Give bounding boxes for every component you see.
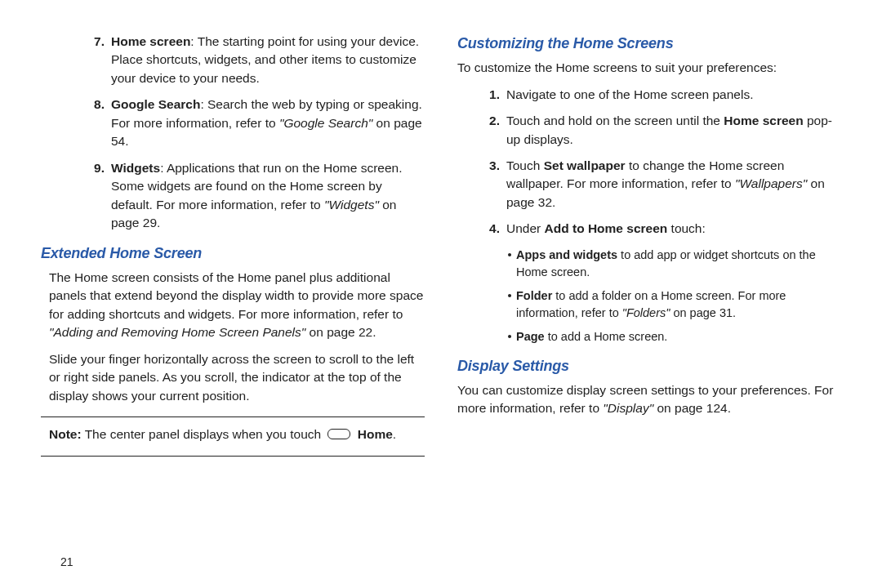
bullet-body: Folder to add a folder on a Home screen.… [516, 287, 841, 322]
note: Note: The center panel displays when you… [41, 425, 425, 443]
right-column: Customizing the Home Screens To customiz… [457, 33, 841, 572]
list-item: 9. Widgets: Applications that run on the… [78, 159, 425, 233]
heading-display-settings: Display Settings [457, 355, 841, 376]
item-number: 3. [474, 157, 506, 212]
bullet-icon: • [503, 247, 516, 281]
list-item: 4. Under Add to Home screen touch: [474, 220, 841, 238]
left-column: 7. Home screen: The starting point for u… [41, 33, 425, 572]
paragraph: Slide your finger horizontally across th… [41, 350, 425, 405]
item-body: Under Add to Home screen touch: [506, 220, 841, 238]
term: Page [516, 330, 545, 343]
list-item: 8. Google Search: Search the web by typi… [78, 96, 425, 150]
text: on page 124. [653, 401, 731, 415]
cross-ref: "Display" [603, 401, 653, 415]
paragraph: The Home screen consists of the Home pan… [41, 269, 425, 342]
page-number: 21 [60, 555, 74, 568]
cross-ref: "Google Search" [279, 116, 372, 130]
heading-extended-home-screen: Extended Home Screen [41, 243, 425, 264]
text: Touch and hold on the screen until the [506, 114, 724, 127]
text: to add a Home screen. [545, 330, 668, 343]
bullet-icon: • [503, 287, 516, 322]
text: Under [506, 221, 545, 235]
note-text: The center panel displays when you touch [82, 427, 325, 441]
text: touch: [667, 221, 706, 235]
item-number: 8. [78, 96, 111, 150]
bullet-item: • Page to add a Home screen. [503, 328, 841, 345]
list-item: 7. Home screen: The starting point for u… [78, 33, 425, 87]
item-number: 1. [474, 86, 506, 104]
term: Home screen [724, 114, 803, 127]
cross-ref: "Widgets" [324, 198, 379, 212]
item-number: 7. [78, 33, 111, 87]
item-number: 4. [474, 220, 506, 238]
paragraph: To customize the Home screens to suit yo… [457, 59, 841, 77]
item-body: Google Search: Search the web by typing … [111, 96, 425, 150]
item-body: Home screen: The starting point for usin… [111, 33, 425, 87]
divider [41, 416, 425, 417]
term: Add to Home screen [545, 221, 668, 235]
manual-page: 7. Home screen: The starting point for u… [0, 0, 882, 588]
bullet-body: Apps and widgets to add app or widget sh… [516, 247, 841, 281]
bullet-body: Page to add a Home screen. [516, 328, 667, 345]
text: The Home screen consists of the Home pan… [49, 270, 423, 321]
text: on page 22. [305, 325, 376, 339]
paragraph: You can customize display screen setting… [457, 381, 841, 418]
item-body: Touch and hold on the screen until the H… [506, 112, 841, 149]
note-label: Note: [49, 427, 82, 441]
bullet-icon: • [503, 328, 516, 345]
item-number: 2. [474, 112, 506, 149]
bullet-item: • Folder to add a folder on a Home scree… [503, 287, 841, 322]
list-item: 2. Touch and hold on the screen until th… [474, 112, 841, 149]
home-button-icon [327, 429, 350, 439]
term: Set wallpaper [544, 158, 626, 172]
cross-ref: "Adding and Removing Home Screen Panels" [49, 325, 305, 339]
heading-customizing-home-screens: Customizing the Home Screens [457, 33, 841, 54]
home-label: Home [358, 427, 393, 441]
divider [41, 456, 425, 457]
item-body: Touch Set wallpaper to change the Home s… [506, 157, 841, 212]
term: Folder [516, 289, 552, 302]
note-text: . [393, 427, 396, 441]
term: Apps and widgets [516, 248, 617, 261]
term: Google Search [111, 97, 200, 111]
text: on page 31. [670, 306, 736, 319]
cross-ref: "Wallpapers" [735, 176, 807, 190]
item-body: Widgets: Applications that run on the Ho… [111, 159, 425, 233]
item-text: Navigate to one of the Home screen panel… [506, 86, 841, 104]
bullet-item: • Apps and widgets to add app or widget … [503, 247, 841, 281]
cross-ref: "Folders" [622, 306, 670, 319]
item-number: 9. [78, 159, 111, 233]
term: Widgets [111, 161, 160, 175]
text: Touch [506, 158, 544, 172]
list-item: 1. Navigate to one of the Home screen pa… [474, 86, 841, 104]
term: Home screen [111, 34, 190, 48]
list-item: 3. Touch Set wallpaper to change the Hom… [474, 157, 841, 212]
